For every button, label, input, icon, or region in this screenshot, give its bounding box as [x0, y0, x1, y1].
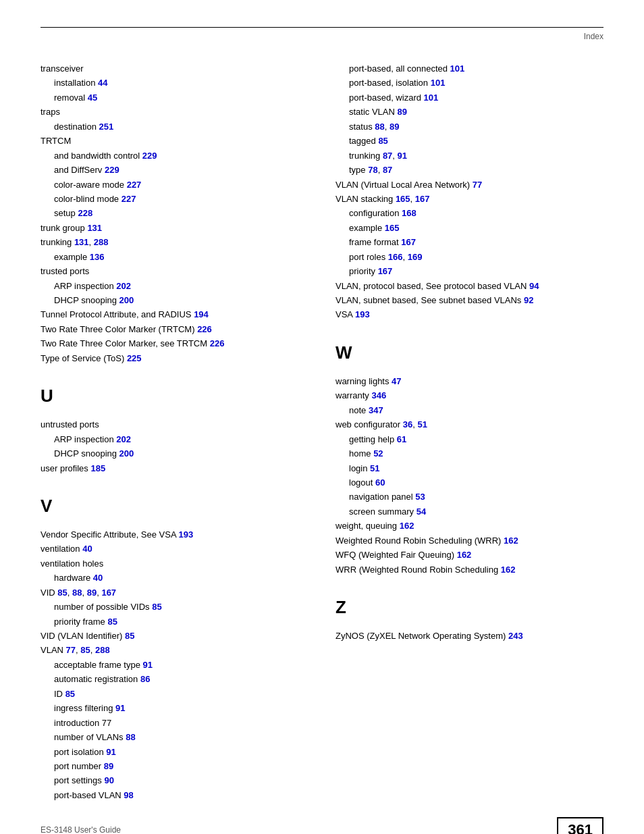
entry-trtcm: TRTCM and bandwidth control 229 and Diff… [41, 134, 308, 221]
link-227a[interactable]: 227 [127, 180, 142, 190]
link-51a[interactable]: 51 [417, 419, 427, 429]
link-251[interactable]: 251 [99, 122, 114, 132]
link-131b[interactable]: 131 [74, 237, 89, 247]
link-288b[interactable]: 288 [95, 645, 110, 655]
link-40b[interactable]: 40 [93, 573, 103, 583]
link-85a[interactable]: 85 [57, 588, 67, 598]
link-229b[interactable]: 229 [105, 165, 119, 175]
link-88b[interactable]: 88 [126, 732, 135, 742]
link-88a[interactable]: 88 [72, 588, 82, 598]
link-136[interactable]: 136 [90, 252, 105, 262]
link-162a[interactable]: 162 [400, 521, 414, 531]
entry-web-configurator: web configurator 36, 51 getting help 61 … [336, 417, 603, 519]
link-91c[interactable]: 91 [106, 747, 115, 757]
link-202a[interactable]: 202 [116, 281, 131, 291]
link-94[interactable]: 94 [529, 281, 539, 291]
link-243[interactable]: 243 [508, 631, 523, 641]
entry-vlan-subnet: VLAN, subnet based, See subnet based VLA… [336, 293, 603, 307]
link-131a[interactable]: 131 [87, 223, 102, 233]
link-166[interactable]: 166 [388, 252, 403, 262]
link-61[interactable]: 61 [397, 434, 406, 444]
link-85d[interactable]: 85 [125, 631, 134, 641]
link-36[interactable]: 36 [403, 419, 412, 429]
link-91d[interactable]: 91 [398, 151, 407, 161]
link-77a[interactable]: 77 [66, 645, 76, 655]
link-87a[interactable]: 87 [383, 151, 392, 161]
link-87b[interactable]: 87 [383, 165, 392, 175]
link-45[interactable]: 45 [88, 93, 97, 103]
right-column: port-based, all connected 101 port-based… [336, 61, 603, 823]
entry-vlan-virtual: VLAN (Virtual Local Area Network) 77 [336, 178, 603, 192]
link-91b[interactable]: 91 [115, 703, 125, 713]
link-200a[interactable]: 200 [119, 295, 134, 305]
link-85e[interactable]: 85 [80, 645, 90, 655]
link-90[interactable]: 90 [104, 775, 113, 785]
entry-vid-identifier: VID (VLAN Identifier) 85 [41, 629, 308, 643]
link-101b[interactable]: 101 [431, 78, 446, 88]
link-89d[interactable]: 89 [390, 122, 399, 132]
link-77b[interactable]: 77 [473, 180, 482, 190]
link-167d[interactable]: 167 [378, 266, 393, 276]
link-168[interactable]: 168 [402, 208, 417, 218]
link-85f[interactable]: 85 [65, 689, 75, 699]
entry-ventilation: ventilation 40 [41, 542, 308, 556]
link-54[interactable]: 54 [417, 506, 426, 517]
link-78[interactable]: 78 [368, 165, 377, 175]
link-162c[interactable]: 162 [457, 550, 472, 560]
link-167b[interactable]: 167 [415, 194, 430, 204]
link-194[interactable]: 194 [194, 309, 209, 319]
link-52[interactable]: 52 [373, 448, 383, 459]
link-162b[interactable]: 162 [504, 536, 518, 546]
entry-warning-lights: warning lights 47 [336, 374, 603, 388]
entry-zynos: ZyNOS (ZyXEL Network Operating System) 2… [336, 629, 603, 643]
link-47[interactable]: 47 [392, 376, 401, 386]
link-53[interactable]: 53 [415, 492, 425, 502]
link-85b[interactable]: 85 [152, 602, 161, 612]
entry-vlan: VLAN 77, 85, 288 acceptable frame type 9… [41, 643, 308, 802]
link-89c[interactable]: 89 [398, 107, 407, 117]
link-60[interactable]: 60 [375, 477, 385, 488]
link-88c[interactable]: 88 [375, 122, 384, 132]
link-86[interactable]: 86 [140, 674, 150, 684]
link-226a[interactable]: 226 [197, 324, 212, 334]
link-91a[interactable]: 91 [143, 660, 153, 670]
link-162d[interactable]: 162 [501, 565, 516, 575]
link-101c[interactable]: 101 [424, 93, 439, 103]
link-229a[interactable]: 229 [142, 151, 157, 161]
link-228[interactable]: 228 [78, 208, 92, 218]
footer: ES-3148 User's Guide 361 [0, 817, 644, 834]
link-165a[interactable]: 165 [396, 194, 410, 204]
link-225[interactable]: 225 [127, 353, 142, 363]
link-193b[interactable]: 193 [355, 309, 370, 319]
link-226b[interactable]: 226 [210, 338, 225, 348]
link-44[interactable]: 44 [98, 78, 107, 88]
link-85c[interactable]: 85 [107, 617, 117, 627]
link-89a[interactable]: 89 [87, 588, 97, 598]
link-185[interactable]: 185 [90, 463, 105, 473]
link-92[interactable]: 92 [524, 295, 533, 305]
link-167a[interactable]: 167 [101, 588, 116, 598]
letter-u: U [41, 386, 308, 407]
link-165b[interactable]: 165 [385, 223, 400, 233]
entry-user-profiles: user profiles 185 [41, 461, 308, 475]
link-98[interactable]: 98 [124, 790, 133, 800]
entry-vsa: VSA 193 [336, 307, 603, 321]
v-section: V Vendor Specific Attribute, See VSA 193… [41, 496, 308, 802]
link-40a[interactable]: 40 [82, 544, 92, 554]
link-288a[interactable]: 288 [94, 237, 109, 247]
link-202b[interactable]: 202 [116, 434, 131, 444]
page: Index transceiver installation 44 remova… [0, 0, 644, 834]
link-193a[interactable]: 193 [179, 529, 194, 540]
link-101a[interactable]: 101 [450, 63, 465, 74]
link-200b[interactable]: 200 [119, 448, 134, 459]
link-169[interactable]: 169 [408, 252, 423, 262]
link-347[interactable]: 347 [369, 405, 383, 415]
link-51b[interactable]: 51 [370, 463, 379, 473]
link-85g[interactable]: 85 [378, 136, 387, 146]
letter-v: V [41, 496, 308, 517]
link-167c[interactable]: 167 [401, 237, 416, 247]
link-89b[interactable]: 89 [104, 761, 113, 771]
link-227b[interactable]: 227 [122, 194, 136, 204]
letter-w: W [336, 342, 603, 363]
link-346[interactable]: 346 [371, 390, 386, 400]
